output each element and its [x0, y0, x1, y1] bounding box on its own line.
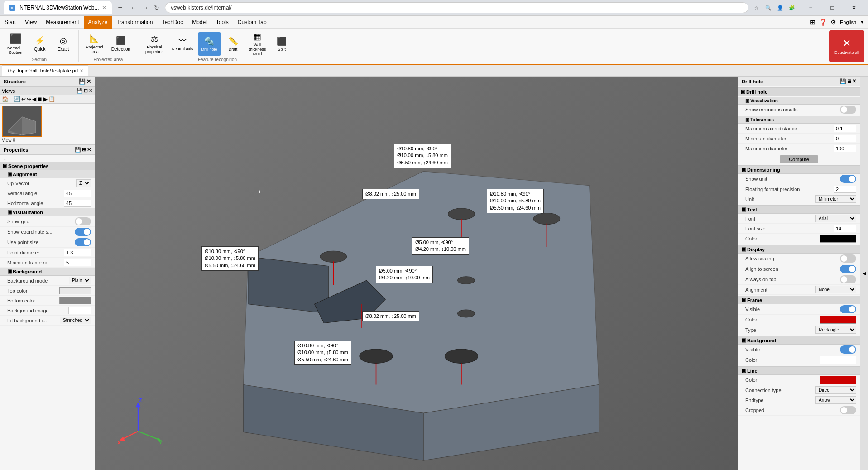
vertical-angle-input[interactable]	[64, 190, 91, 197]
visualization-section[interactable]: ▣ Visualization	[0, 208, 95, 216]
props-save-icon[interactable]: 💾	[75, 147, 81, 153]
stop-view-icon[interactable]: ⏹	[37, 96, 43, 102]
menu-model[interactable]: Model	[187, 16, 211, 29]
address-bar[interactable]: vsweb.kisters.de/internal/	[165, 2, 748, 13]
view-thumb-0[interactable]	[2, 106, 42, 137]
add-view-icon[interactable]: +	[10, 96, 13, 102]
font-size-input[interactable]	[834, 225, 856, 232]
language-dropdown[interactable]: ▼	[860, 19, 864, 24]
show-grid-toggle[interactable]	[75, 217, 91, 225]
help-icon[interactable]: ❓	[819, 19, 827, 26]
toolbar-btn-quick[interactable]: ⚡ Quick	[29, 32, 51, 56]
scene-properties-section[interactable]: ▣ Scene properties	[0, 162, 95, 170]
toolbar-btn-normal-section[interactable]: ⬛ Normal ~Section	[4, 32, 28, 56]
bg-visible-toggle[interactable]	[840, 345, 856, 354]
layout-icon[interactable]: ⊞	[84, 88, 88, 94]
use-point-size-toggle[interactable]	[75, 238, 91, 246]
file-tab[interactable]: +by_topic/drill_hole/Testplate.prt ✕	[2, 65, 88, 76]
save-icon[interactable]: 💾	[77, 88, 83, 94]
close-button[interactable]: ✕	[844, 0, 864, 15]
frame-visible-toggle[interactable]	[840, 305, 856, 313]
home-view-icon[interactable]: 🏠	[2, 96, 9, 102]
sidebar-collapse[interactable]: ◀	[860, 77, 868, 470]
toolbar-btn-detection[interactable]: ⬛ Detection	[108, 32, 134, 56]
up-vector-select[interactable]: Z	[76, 179, 91, 187]
layout-icon[interactable]: ⊞	[810, 19, 815, 26]
max-axis-dist-input[interactable]	[834, 125, 856, 132]
font-select[interactable]: Arial	[815, 215, 856, 222]
unit-select[interactable]: Millimeter	[815, 195, 856, 203]
frame-type-select[interactable]: Rectangle	[815, 326, 856, 334]
min-diameter-input[interactable]	[834, 135, 856, 142]
display-section[interactable]: ▣ Display	[738, 245, 860, 254]
alignment-section[interactable]: ▣ Alignment	[0, 170, 95, 178]
close-panel-icon[interactable]: ✕	[86, 78, 91, 85]
align-to-screen-toggle[interactable]	[840, 265, 856, 273]
browser-tab-close[interactable]: ✕	[102, 5, 106, 11]
bookmark-icon[interactable]: ☆	[752, 3, 761, 12]
menu-transformation[interactable]: Transformation	[112, 16, 157, 29]
right-panel-layout-icon[interactable]: ⊞	[847, 78, 851, 84]
frame-section[interactable]: ▣ Frame	[738, 296, 860, 304]
menu-analyze[interactable]: Analyze	[84, 16, 112, 29]
structure-label[interactable]: Structure	[4, 79, 26, 84]
tolerances-sub-section[interactable]: ▣ Tolerances	[738, 116, 860, 124]
show-coordinate-toggle[interactable]	[75, 228, 91, 236]
minimize-button[interactable]: −	[800, 0, 821, 15]
save-view-icon[interactable]: 💾	[79, 78, 86, 85]
toolbar-btn-neutral[interactable]: 〰 Neutral axis	[168, 32, 197, 56]
point-diameter-input[interactable]	[64, 249, 91, 256]
menu-measurement[interactable]: Measurement	[41, 16, 83, 29]
prev-view-icon[interactable]: ◀	[32, 96, 36, 102]
viewport[interactable]: Ø10.80 mm, ∢90° Ø10.00 mm, ↕5.80 mm Ø5.5…	[95, 77, 738, 470]
background-image-input[interactable]	[68, 307, 91, 314]
menu-tools[interactable]: Tools	[211, 16, 233, 29]
toolbar-btn-split[interactable]: ⬛ Split	[270, 32, 293, 56]
close-views-icon[interactable]: ✕	[89, 88, 93, 94]
max-diameter-input[interactable]	[834, 145, 856, 152]
alignment-select[interactable]: None	[815, 286, 856, 293]
connection-type-select[interactable]: Direct	[815, 386, 856, 394]
undo-view-icon[interactable]: ↩	[21, 96, 26, 102]
line-color-swatch[interactable]	[820, 376, 856, 384]
props-layout-icon[interactable]: ⊞	[82, 147, 86, 153]
views-label[interactable]: Views	[2, 88, 15, 94]
redo-view-icon[interactable]: ↪	[27, 96, 31, 102]
refresh-button[interactable]: ↻	[152, 2, 161, 13]
file-tab-close[interactable]: ✕	[80, 68, 83, 73]
back-button[interactable]: ←	[129, 2, 139, 13]
menu-techdoc[interactable]: TechDoc	[157, 16, 187, 29]
always-on-top-toggle[interactable]	[840, 275, 856, 283]
show-unit-toggle[interactable]	[840, 175, 856, 183]
settings-icon[interactable]: ⚙	[830, 19, 836, 26]
menu-view[interactable]: View	[20, 16, 41, 29]
bg-section[interactable]: ▣ Background	[738, 336, 860, 345]
top-color-swatch[interactable]	[59, 287, 91, 294]
right-panel-close-icon[interactable]: ✕	[852, 78, 856, 84]
text-section[interactable]: ▣ Text	[738, 205, 860, 214]
text-color-swatch[interactable]	[820, 235, 856, 243]
next-view-icon[interactable]: ▶	[43, 96, 48, 102]
bg-color-swatch[interactable]	[820, 356, 856, 364]
show-erroneous-toggle[interactable]	[840, 106, 856, 114]
dimensioning-section[interactable]: ▣ Dimensioning	[738, 165, 860, 174]
endtype-select[interactable]: Arrow	[815, 396, 856, 404]
compute-button[interactable]: Compute	[780, 155, 818, 163]
profile-icon[interactable]: 👤	[776, 3, 785, 12]
extensions-icon[interactable]: 🧩	[787, 3, 796, 12]
min-frame-rate-input[interactable]	[64, 259, 91, 266]
toolbar-btn-exact[interactable]: ◎ Exact	[52, 32, 75, 56]
menu-custom-tab[interactable]: Custom Tab	[233, 16, 271, 29]
fit-background-select[interactable]: Stretched	[60, 317, 91, 324]
deactivate-all-button[interactable]: ✕ Deactivate all	[829, 30, 864, 62]
maximize-button[interactable]: □	[822, 0, 843, 15]
background-mode-select[interactable]: Plain	[69, 277, 91, 284]
background-section[interactable]: ▣ Background	[0, 268, 95, 276]
float-format-input[interactable]	[834, 186, 856, 193]
browser-tab[interactable]: 3D INTERNAL 3DViewStation Web... ✕	[4, 1, 112, 14]
copy-view-icon[interactable]: 📋	[48, 96, 55, 102]
search-icon[interactable]: 🔍	[764, 3, 773, 12]
frame-color-swatch[interactable]	[820, 316, 856, 324]
forward-button[interactable]: →	[140, 2, 150, 13]
viz-sub-section[interactable]: ▣ Visualization	[738, 97, 860, 105]
